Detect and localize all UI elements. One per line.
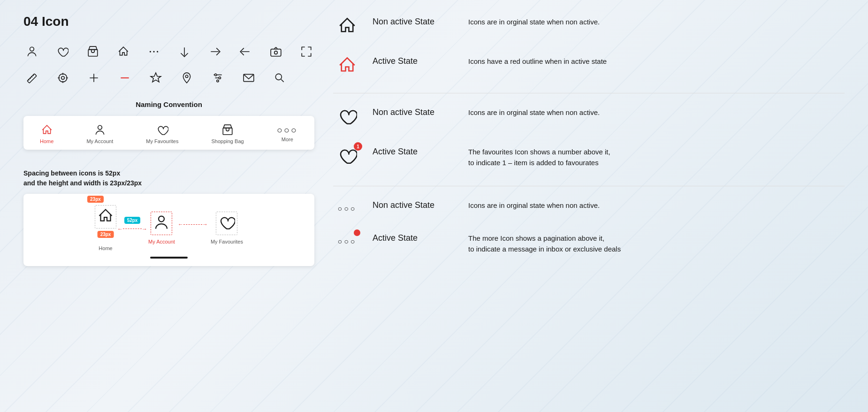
home-indicator-bar	[150, 257, 188, 259]
home-nav-icon	[40, 123, 53, 137]
svg-point-12	[59, 74, 67, 82]
diag-account: My Account	[148, 212, 175, 244]
state-section-dots-nonactive: ○○○ Non active State Icons are in orgina…	[333, 198, 845, 217]
icon-grid	[23, 43, 314, 86]
search-icon	[271, 69, 288, 86]
svg-rect-7	[27, 74, 37, 83]
state-desc-col-5: Icons are in orginal state when non acti…	[468, 198, 845, 211]
diag-home: 23px 23px Home	[95, 205, 116, 251]
mail-icon	[240, 69, 257, 86]
more-dots-icon	[145, 43, 162, 60]
page-title: 04 Icon	[23, 14, 314, 29]
house-icon	[115, 43, 131, 60]
svg-point-20	[217, 80, 219, 82]
expand-icon	[298, 43, 314, 60]
diag-favourites: My Favourites	[211, 212, 243, 244]
arrow-down-icon	[176, 43, 192, 60]
state-section-dots-active: ○○○ Active State The more Icon shows a p…	[333, 230, 845, 259]
svg-point-6	[274, 51, 277, 54]
minus-icon	[116, 69, 133, 86]
state-desc-1: Icons are in orginal state when non acti…	[468, 17, 845, 28]
state-label-4: Active State	[373, 147, 418, 156]
nav-bar-mockup: Home My Account My Favourites Shopping B…	[23, 116, 314, 150]
svg-point-23	[98, 125, 102, 130]
state-desc-3: Icons are in orginal state when non acti…	[468, 107, 845, 118]
state-icon-house-nonactive	[333, 14, 361, 36]
svg-point-18	[215, 74, 217, 76]
state-label-1: Non active State	[373, 17, 434, 26]
state-desc-4: The favourites Icon shows a number above…	[468, 147, 845, 168]
svg-point-2	[149, 51, 151, 52]
naming-convention-title: Naming Convention	[23, 100, 314, 108]
state-icon-dots-nonactive: ○○○	[333, 198, 361, 213]
svg-point-4	[156, 51, 158, 52]
state-desc-col-4: The favourites Icon shows a number above…	[468, 144, 845, 168]
gap-badge: 52px	[124, 217, 141, 224]
spacing-diagram: 23px 23px Home 52p	[23, 194, 314, 266]
state-icon-heart-active: 1	[333, 144, 361, 166]
nav-item-home[interactable]: Home	[40, 123, 53, 144]
favourites-nav-label: My Favourites	[146, 138, 178, 144]
state-icon-dots-active: ○○○	[333, 230, 361, 245]
state-label-col-2: Active State	[373, 53, 457, 66]
left-panel: 04 Icon	[23, 14, 314, 272]
state-section-heart-active: 1 Active State The favourites Icon shows…	[333, 144, 845, 173]
more-nav-label: More	[282, 137, 293, 142]
state-section-heart-nonactive: Non active State Icons are in orginal st…	[333, 105, 845, 131]
home-nav-label: Home	[40, 138, 53, 144]
state-label-2: Active State	[373, 56, 418, 66]
divider-2	[333, 186, 845, 186]
state-desc-5: Icons are in orginal state when non acti…	[468, 200, 845, 211]
ruler-icon	[23, 69, 40, 86]
state-desc-6: The more Icon shows a pagination above i…	[468, 233, 845, 254]
nav-item-bag[interactable]: Shopping Bag	[212, 123, 244, 144]
nav-item-account[interactable]: My Account	[86, 123, 113, 144]
arrow-right-icon	[206, 43, 223, 60]
diag-home-label: Home	[99, 245, 112, 251]
diag-favourites-label: My Favourites	[211, 239, 243, 244]
divider-1	[333, 93, 845, 93]
account-nav-icon	[93, 123, 107, 137]
spacing-section: Spacing between icons is 52px and the he…	[23, 168, 314, 266]
height-badge: 23px	[98, 231, 114, 238]
svg-rect-5	[271, 49, 281, 56]
heart-badge: 1	[354, 142, 362, 151]
state-label-3: Non active State	[373, 107, 434, 117]
state-section-house-nonactive: Non active State Icons are in orginal st…	[333, 14, 845, 40]
icon-row-1	[23, 43, 314, 60]
bag-nav-label: Shopping Bag	[212, 138, 244, 144]
filter-icon	[209, 69, 226, 86]
svg-point-0	[30, 47, 34, 51]
state-desc-col-3: Icons are in orginal state when non acti…	[468, 105, 845, 118]
state-label-col-6: Active State	[373, 230, 457, 243]
bag-icon	[84, 43, 101, 60]
nav-item-favourites[interactable]: My Favourites	[146, 123, 178, 144]
state-desc-2: Icons have a red outline when in active …	[468, 56, 845, 67]
dots-nonactive-icon: ○○○	[338, 199, 357, 213]
camera-icon	[267, 43, 284, 60]
state-desc-col-1: Icons are in orginal state when non acti…	[468, 14, 845, 28]
width-badge: 23px	[87, 196, 104, 203]
person-icon	[23, 43, 40, 60]
right-panel: Non active State Icons are in orginal st…	[333, 14, 845, 272]
svg-point-25	[159, 216, 164, 222]
state-desc-col-2: Icons have a red outline when in active …	[468, 53, 845, 67]
state-section-house-active: Active State Icons have a red outline wh…	[333, 53, 845, 80]
svg-point-13	[61, 76, 65, 80]
star-icon	[147, 69, 164, 86]
spacing-title: Spacing between icons is 52px and the he…	[23, 168, 314, 188]
more-dots: ○○○	[277, 125, 298, 135]
state-label-col-4: Active State	[373, 144, 457, 157]
state-label-col-1: Non active State	[373, 14, 457, 27]
state-label-6: Active State	[373, 233, 418, 243]
diag-account-label: My Account	[148, 239, 175, 244]
nav-item-more[interactable]: ○○○ More	[277, 125, 298, 142]
arrow-left-icon	[237, 43, 253, 60]
plus-icon	[85, 69, 102, 86]
state-desc-col-6: The more Icon shows a pagination above i…	[468, 230, 845, 254]
state-label-col-3: Non active State	[373, 105, 457, 117]
dots-badge	[354, 229, 360, 236]
tape-icon	[54, 69, 71, 86]
naming-convention-section: Naming Convention	[23, 100, 314, 108]
heart-icon	[54, 43, 70, 60]
